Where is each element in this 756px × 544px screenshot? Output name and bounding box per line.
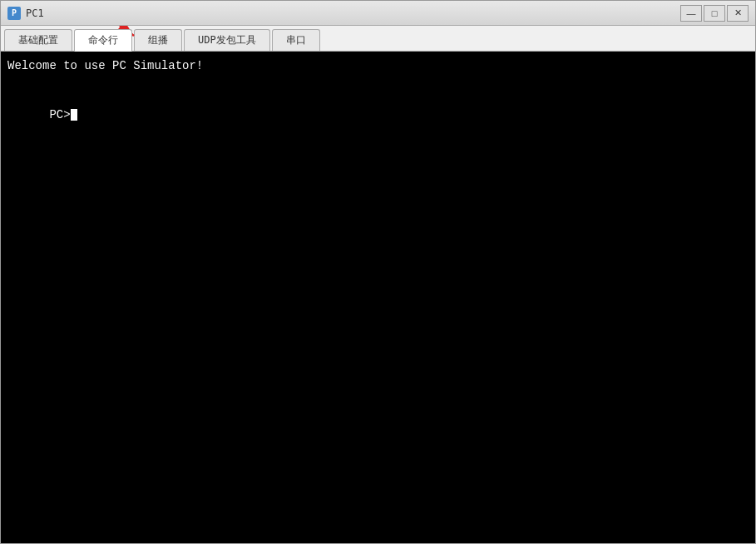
welcome-line: Welcome to use PC Simulator! bbox=[7, 58, 749, 75]
empty-line bbox=[7, 75, 749, 91]
minimize-button[interactable]: — bbox=[680, 5, 702, 22]
prompt-line: PC> bbox=[7, 91, 749, 140]
tab-basic[interactable]: 基础配置 bbox=[4, 29, 72, 51]
close-button[interactable]: ✕ bbox=[727, 5, 749, 22]
tab-multicast[interactable]: 组播 bbox=[134, 29, 182, 51]
cursor bbox=[71, 109, 77, 121]
prompt-text: PC> bbox=[49, 108, 70, 121]
window-icon: P bbox=[7, 7, 21, 20]
tab-serial[interactable]: 串口 bbox=[272, 29, 320, 51]
tab-cmd[interactable]: 命令行 bbox=[74, 29, 132, 52]
tab-udp[interactable]: UDP发包工具 bbox=[184, 29, 270, 51]
title-bar: P PC1 — □ ✕ bbox=[1, 1, 755, 26]
terminal-area[interactable]: Welcome to use PC Simulator! PC> bbox=[1, 52, 755, 543]
main-window: P PC1 — □ ✕ 基础配置 命令行 组播 UDP发包工具 串口 Welco… bbox=[0, 0, 756, 544]
window-title: PC1 bbox=[26, 7, 680, 19]
maximize-button[interactable]: □ bbox=[704, 5, 725, 22]
window-controls: — □ ✕ bbox=[680, 5, 749, 22]
tabs-bar: 基础配置 命令行 组播 UDP发包工具 串口 bbox=[1, 26, 755, 52]
